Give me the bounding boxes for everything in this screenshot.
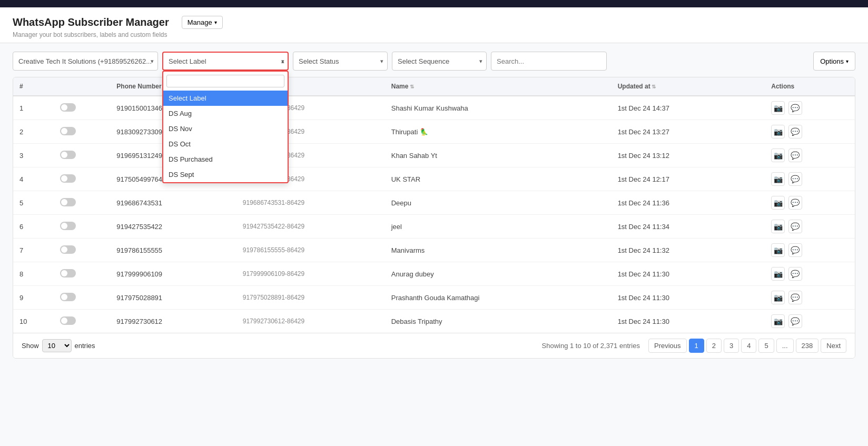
subscriber-toggle[interactable]	[60, 293, 76, 301]
search-input[interactable]	[491, 52, 607, 71]
camera-icon[interactable]: 📷	[771, 125, 785, 138]
subscriber-toggle[interactable]	[60, 151, 76, 159]
manage-button[interactable]: Manage	[182, 16, 223, 29]
page-2-button[interactable]: 2	[706, 339, 722, 353]
whatsapp-icon[interactable]: 💬	[788, 267, 802, 281]
table-row: 8 917999906109 917999906109-86429 Anurag…	[13, 262, 855, 286]
whatsapp-icon[interactable]: 💬	[788, 101, 802, 115]
cell-phone: 919786155555	[110, 239, 236, 262]
page-238-button[interactable]: 238	[796, 339, 819, 353]
page-4-button[interactable]: 4	[741, 339, 756, 353]
bot-filter[interactable]: Creative Tech It Solutions (+91859526262…	[13, 52, 158, 71]
camera-icon[interactable]: 📷	[771, 196, 785, 210]
subscriber-toggle[interactable]	[60, 222, 76, 230]
cell-phone: 919427535422	[110, 215, 236, 239]
cell-toggle[interactable]	[54, 191, 111, 215]
cell-toggle[interactable]	[54, 120, 111, 144]
camera-icon[interactable]: 📷	[771, 243, 785, 257]
sequence-select[interactable]: Select Sequence	[392, 52, 487, 71]
col-num: #	[13, 77, 54, 96]
whatsapp-icon[interactable]: 💬	[788, 291, 802, 304]
cell-num: 9	[13, 286, 54, 310]
cell-num: 4	[13, 167, 54, 191]
status-select[interactable]: Select Status	[293, 52, 388, 71]
options-button[interactable]: Options	[813, 52, 855, 71]
subscriber-toggle[interactable]	[60, 316, 76, 325]
cell-actions: 📷 💬	[765, 144, 855, 167]
subscriber-toggle[interactable]	[60, 269, 76, 277]
sequence-filter[interactable]: Select Sequence	[392, 52, 487, 71]
show-label: Show	[22, 342, 39, 350]
subscriber-toggle[interactable]	[60, 174, 76, 183]
label-filter-wrapper[interactable]: Select Label ▴ Select Label DS Aug DS No…	[162, 52, 289, 71]
cell-name-extra	[586, 310, 611, 333]
page-3-button[interactable]: 3	[724, 339, 739, 353]
cell-updated: 1st Dec 24 11:34	[611, 215, 740, 239]
label-filter-trigger[interactable]: Select Label ▴	[162, 52, 289, 71]
label-option-ds-sept[interactable]: DS Sept	[163, 167, 288, 182]
cell-toggle[interactable]	[54, 144, 111, 167]
bot-select[interactable]: Creative Tech It Solutions (+91859526262…	[13, 52, 158, 71]
cell-phone: 917992730612	[110, 310, 236, 333]
cell-updated-extra	[739, 262, 765, 286]
whatsapp-icon[interactable]: 💬	[788, 314, 802, 328]
cell-num: 2	[13, 120, 54, 144]
camera-icon[interactable]: 📷	[771, 314, 785, 328]
cell-updated-extra	[739, 120, 765, 144]
status-filter[interactable]: Select Status	[293, 52, 388, 71]
prev-button[interactable]: Previous	[648, 339, 687, 353]
entries-select[interactable]: 10 25 50 100	[42, 339, 72, 352]
label-option-select-label[interactable]: Select Label	[163, 91, 288, 106]
whatsapp-icon[interactable]: 💬	[788, 196, 802, 210]
table-row: 2 918309273309 918309273309-86429 Thirup…	[13, 120, 855, 144]
camera-icon[interactable]: 📷	[771, 267, 785, 281]
label-option-ds-purchased[interactable]: DS Purchased	[163, 152, 288, 167]
camera-icon[interactable]: 📷	[771, 220, 785, 233]
cell-toggle[interactable]	[54, 96, 111, 120]
label-search-input[interactable]	[166, 75, 284, 87]
cell-updated: 1st Dec 24 13:12	[611, 144, 740, 167]
whatsapp-icon[interactable]: 💬	[788, 125, 802, 138]
next-button[interactable]: Next	[821, 339, 846, 353]
whatsapp-icon[interactable]: 💬	[788, 220, 802, 233]
col-updated: Updated at	[611, 77, 740, 96]
camera-icon[interactable]: 📷	[771, 172, 785, 186]
table-row: 10 917992730612 917992730612-86429 Debas…	[13, 310, 855, 333]
subscriber-toggle[interactable]	[60, 103, 76, 112]
cell-name: Deepu	[385, 191, 586, 215]
cell-id: 919427535422-86429	[236, 215, 385, 239]
cell-name: Debasis Tripathy	[385, 310, 586, 333]
cell-toggle[interactable]	[54, 286, 111, 310]
camera-icon[interactable]: 📷	[771, 148, 785, 162]
cell-name: Anurag dubey	[385, 262, 586, 286]
subscriber-toggle[interactable]	[60, 245, 76, 254]
label-option-ds-aug[interactable]: DS Aug	[163, 106, 288, 121]
top-bar	[0, 0, 868, 7]
camera-icon[interactable]: 📷	[771, 291, 785, 304]
cell-num: 10	[13, 310, 54, 333]
cell-toggle[interactable]	[54, 239, 111, 262]
page-1-button[interactable]: 1	[689, 339, 704, 353]
cell-num: 1	[13, 96, 54, 120]
cell-num: 7	[13, 239, 54, 262]
subscriber-toggle[interactable]	[60, 198, 76, 206]
entries-info: Showing 1 to 10 of 2,371 entries	[542, 342, 640, 350]
label-option-ds-oct[interactable]: DS Oct	[163, 136, 288, 152]
cell-updated-extra	[739, 239, 765, 262]
label-option-ds-nov[interactable]: DS Nov	[163, 121, 288, 136]
whatsapp-icon[interactable]: 💬	[788, 148, 802, 162]
whatsapp-icon[interactable]: 💬	[788, 172, 802, 186]
cell-toggle[interactable]	[54, 262, 111, 286]
cell-toggle[interactable]	[54, 215, 111, 239]
cell-updated: 1st Dec 24 14:37	[611, 96, 740, 120]
page-ellipsis: ...	[776, 339, 794, 353]
whatsapp-icon[interactable]: 💬	[788, 243, 802, 257]
cell-name-extra	[586, 120, 611, 144]
subscriber-toggle[interactable]	[60, 127, 76, 135]
cell-toggle[interactable]	[54, 167, 111, 191]
page-5-button[interactable]: 5	[758, 339, 774, 353]
cell-updated-extra	[739, 286, 765, 310]
camera-icon[interactable]: 📷	[771, 101, 785, 115]
cell-updated-extra	[739, 144, 765, 167]
cell-toggle[interactable]	[54, 310, 111, 333]
